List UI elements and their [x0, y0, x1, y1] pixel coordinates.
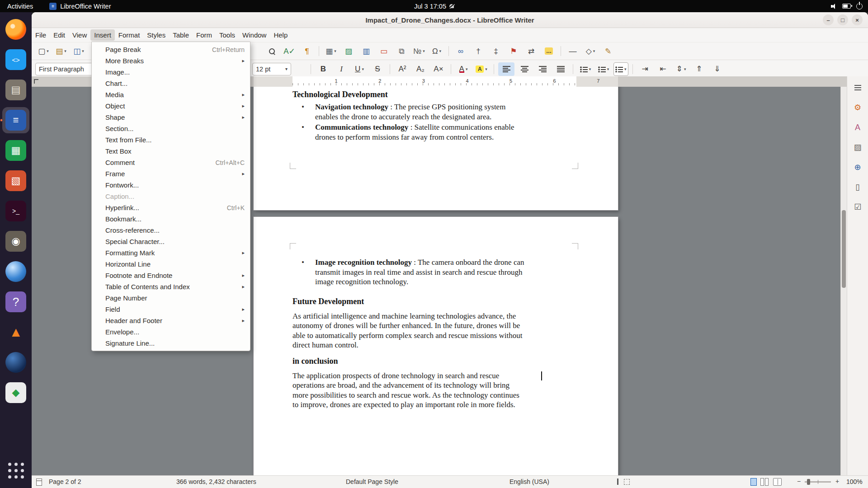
word-count[interactable]: 366 words, 2,432 characters — [176, 478, 256, 485]
menubar-styles[interactable]: Styles — [143, 29, 169, 41]
menubar-file[interactable]: File — [32, 29, 50, 41]
dock-show-applications[interactable] — [2, 457, 29, 483]
insert-cross-reference-button[interactable]: ⇄ — [523, 44, 539, 58]
new-document-button[interactable]: ▢▾ — [35, 44, 52, 58]
menu-item-fontwork[interactable]: Fontwork... — [92, 179, 250, 191]
italic-button[interactable]: I — [333, 62, 349, 76]
dock-vlc[interactable]: ▲ — [2, 319, 29, 345]
decrease-paragraph-spacing-button[interactable]: ⇓ — [709, 62, 726, 76]
menubar-tools[interactable]: Tools — [216, 29, 239, 41]
line-spacing-button[interactable]: ⇕▾ — [673, 62, 689, 76]
zoom-slider-thumb[interactable] — [807, 479, 810, 485]
dock-browser-sphere[interactable] — [2, 258, 29, 285]
underline-button[interactable]: U▾ — [351, 62, 368, 76]
vertical-scrollbar[interactable] — [840, 87, 847, 476]
insert-chart-button[interactable]: ▥ — [358, 44, 374, 58]
minimize-button[interactable]: – — [823, 14, 834, 25]
outline-format-button[interactable]: ▾ — [613, 62, 628, 76]
insert-horizontal-line-button[interactable]: ― — [565, 44, 581, 58]
menu-item-section[interactable]: Section... — [92, 123, 250, 134]
dock-firefox[interactable] — [2, 16, 29, 42]
subscript-button[interactable]: A₂ — [412, 62, 429, 76]
clock-menu[interactable]: Jul 3 17:05 — [414, 3, 454, 10]
insert-text-box-button[interactable]: ▭ — [376, 44, 392, 58]
menu-item-table-of-contents-and-index[interactable]: Table of Contents and Index▸ — [92, 281, 250, 292]
menu-item-envelope[interactable]: Envelope... — [92, 326, 250, 338]
activities-button[interactable]: Activities — [7, 3, 33, 10]
highlight-color-button[interactable]: A▾ — [473, 62, 490, 76]
strikethrough-button[interactable]: S — [369, 62, 386, 76]
page-deck-button[interactable]: ▯ — [850, 179, 865, 195]
single-page-view-button[interactable] — [750, 478, 757, 486]
page-count[interactable]: Page 2 of 2 — [49, 478, 81, 485]
insert-bookmark-button[interactable]: ⚑ — [505, 44, 522, 58]
bold-button[interactable]: B — [315, 62, 331, 76]
font-size-combobox[interactable]: 12 pt ▾ — [252, 63, 291, 75]
align-right-button[interactable] — [534, 62, 551, 76]
title-bar[interactable]: Impact_of_Drone_Changes.docx - LibreOffi… — [32, 12, 868, 28]
dock-app-store[interactable]: ◆ — [2, 380, 29, 406]
close-button[interactable]: × — [852, 14, 863, 25]
align-left-button[interactable] — [498, 62, 514, 76]
align-justify-button[interactable] — [552, 62, 569, 76]
superscript-button[interactable]: A² — [394, 62, 410, 76]
insert-mode-icon[interactable] — [617, 479, 618, 485]
sidebar-settings-button[interactable] — [850, 80, 865, 95]
dock-libreoffice-impress[interactable]: ▧ — [2, 168, 29, 194]
dock-vscode[interactable]: <> — [2, 47, 29, 73]
menubar-window[interactable]: Window — [239, 29, 270, 41]
dock-libreoffice-writer[interactable]: ≡ — [2, 107, 29, 133]
book-view-button[interactable] — [773, 478, 782, 486]
menu-item-caption[interactable]: Caption... — [92, 191, 250, 202]
insert-footnote-button[interactable]: † — [470, 44, 486, 58]
find-replace-button[interactable] — [264, 44, 280, 58]
font-color-button[interactable]: A▾ — [455, 62, 472, 76]
menubar-format[interactable]: Format — [115, 29, 144, 41]
menu-item-cross-reference[interactable]: Cross-reference... — [92, 225, 250, 236]
menubar-edit[interactable]: Edit — [50, 29, 69, 41]
menu-item-text-from-file[interactable]: Text from File... — [92, 134, 250, 145]
menu-item-more-breaks[interactable]: More Breaks▸ — [92, 55, 250, 66]
insert-table-button[interactable]: ▦▾ — [323, 44, 339, 58]
menubar-form[interactable]: Form — [193, 29, 216, 41]
insert-field-button[interactable]: №▾ — [411, 44, 427, 58]
formatting-marks-button[interactable]: ¶ — [299, 44, 315, 58]
system-status-menu[interactable] — [831, 3, 863, 9]
styles-deck-button[interactable]: A — [850, 120, 865, 135]
menu-item-media[interactable]: Media▸ — [92, 89, 250, 100]
menu-item-chart[interactable]: Chart... — [92, 78, 250, 89]
menu-item-signature-line[interactable]: Signature Line... — [92, 338, 250, 349]
dock-help[interactable]: ? — [2, 289, 29, 315]
insert-special-character-button[interactable]: Ω▾ — [429, 44, 445, 58]
dock-file-manager[interactable]: ▤ — [2, 77, 29, 103]
menubar-view[interactable]: View — [69, 29, 90, 41]
menu-item-special-character[interactable]: Special Character... — [92, 236, 250, 247]
menu-item-header-and-footer[interactable]: Header and Footer▸ — [92, 315, 250, 326]
menu-item-bookmark[interactable]: Bookmark... — [92, 213, 250, 225]
menu-item-horizontal-line[interactable]: Horizontal Line — [92, 258, 250, 270]
menu-item-frame[interactable]: Frame▸ — [92, 168, 250, 179]
page-style[interactable]: Default Page Style — [346, 478, 398, 485]
menubar-insert[interactable]: Insert — [90, 29, 115, 41]
menu-item-shape[interactable]: Shape▸ — [92, 112, 250, 123]
gallery-deck-button[interactable]: ▨ — [850, 140, 865, 155]
save-button[interactable]: ◫▾ — [71, 44, 87, 58]
document-page-1[interactable]: Technological Development • Navigation t… — [254, 87, 618, 210]
menu-item-page-break[interactable]: Page BreakCtrl+Return — [92, 44, 250, 55]
document-page-2[interactable]: • Image recognition technology : The cam… — [254, 217, 618, 476]
multi-page-view-button[interactable] — [760, 478, 769, 486]
decrease-indent-button[interactable]: ⇤ — [655, 62, 671, 76]
insert-page-break-button[interactable]: ⧉ — [393, 44, 410, 58]
menu-item-formatting-mark[interactable]: Formatting Mark▸ — [92, 247, 250, 258]
show-draw-functions-button[interactable]: ✎ — [600, 44, 616, 58]
dock-terminal[interactable]: >_ — [2, 198, 29, 224]
scrollbar-thumb[interactable] — [842, 210, 846, 288]
zoom-slider[interactable] — [805, 481, 831, 483]
navigator-deck-button[interactable]: ⊕ — [850, 160, 865, 175]
menu-item-hyperlink[interactable]: Hyperlink...Ctrl+K — [92, 202, 250, 213]
unordered-list-button[interactable]: ▾ — [577, 62, 594, 76]
menu-item-footnote-and-endnote[interactable]: Footnote and Endnote▸ — [92, 270, 250, 281]
properties-deck-button[interactable]: ⚙ — [850, 100, 865, 115]
menu-item-field[interactable]: Field▸ — [92, 304, 250, 315]
menu-item-object[interactable]: Object▸ — [92, 100, 250, 112]
